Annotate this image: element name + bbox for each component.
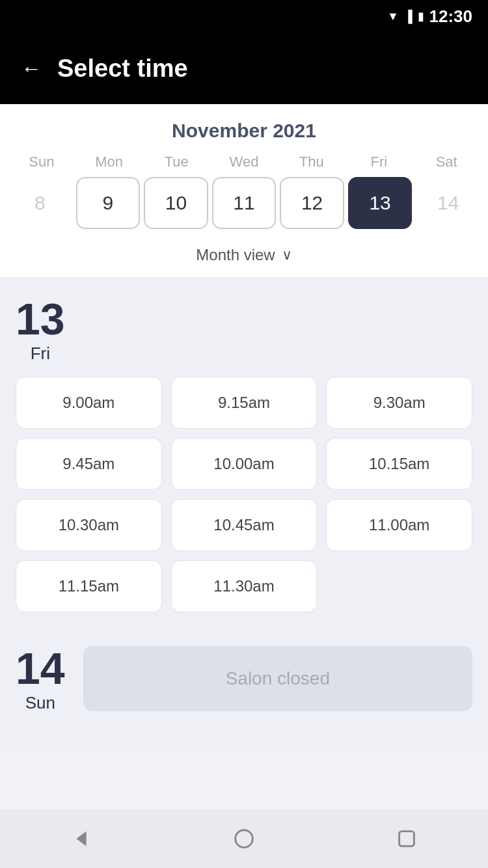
battery-icon: ▮ [418, 9, 424, 23]
status-time: 12:30 [429, 7, 473, 27]
weekday-sat: Sat [413, 154, 480, 170]
day-14-number: 14 [16, 646, 65, 690]
weekday-tue: Tue [142, 154, 210, 170]
weekday-wed: Wed [210, 154, 278, 170]
month-label: November 2021 [0, 120, 488, 142]
day-14-name: Sun [25, 693, 55, 713]
time-slot-1030am[interactable]: 10.30am [16, 499, 162, 551]
date-10[interactable]: 10 [144, 177, 208, 229]
nav-back-button[interactable] [62, 819, 101, 858]
time-slot-930am[interactable]: 9.30am [326, 377, 472, 429]
time-slot-1000am[interactable]: 10.00am [171, 438, 318, 490]
status-icons: ▼ ▐ ▮ 12:30 [387, 7, 472, 27]
time-slot-1100am[interactable]: 11.00am [326, 499, 472, 551]
chevron-down-icon: ∨ [282, 247, 292, 264]
day-13-section: 13 Fri 9.00am 9.15am 9.30am 9.45am 10.00… [0, 277, 488, 625]
status-bar: ▼ ▐ ▮ 12:30 [0, 0, 488, 33]
salon-closed-label: Salon closed [226, 668, 330, 689]
svg-rect-2 [400, 832, 414, 847]
header: ← Select time [0, 33, 488, 104]
dates-row: 8 9 10 11 12 13 14 [0, 177, 488, 229]
time-slot-945am[interactable]: 9.45am [16, 438, 162, 490]
date-14[interactable]: 14 [416, 177, 480, 229]
date-8[interactable]: 8 [8, 177, 72, 229]
salon-closed-banner: Salon closed [83, 646, 472, 711]
weekday-row: Sun Mon Tue Wed Thu Fri Sat [0, 154, 488, 170]
time-slot-1130am[interactable]: 11.30am [171, 560, 318, 612]
day-14-header: 14 Sun Salon closed [16, 646, 472, 713]
weekday-thu: Thu [278, 154, 346, 170]
weekday-sun: Sun [8, 154, 75, 170]
signal-icon: ▐ [404, 10, 413, 23]
bottom-nav [0, 809, 488, 868]
time-slots-grid: 9.00am 9.15am 9.30am 9.45am 10.00am 10.1… [16, 377, 472, 612]
time-slot-1015am[interactable]: 10.15am [326, 438, 472, 490]
nav-home-button[interactable] [224, 819, 264, 858]
nav-recent-button[interactable] [387, 819, 426, 858]
time-slot-1115am[interactable]: 11.15am [16, 560, 162, 612]
date-12[interactable]: 12 [280, 177, 344, 229]
weekday-mon: Mon [75, 154, 143, 170]
weekday-fri: Fri [346, 154, 413, 170]
svg-marker-0 [76, 832, 86, 847]
time-slot-900am[interactable]: 9.00am [16, 377, 162, 429]
day-13-number: 13 [16, 297, 65, 341]
date-13[interactable]: 13 [348, 177, 413, 229]
calendar-section: November 2021 Sun Mon Tue Wed Thu Fri Sa… [0, 104, 488, 277]
back-button[interactable]: ← [21, 58, 42, 79]
month-view-toggle[interactable]: Month view ∨ [0, 239, 488, 277]
wifi-icon: ▼ [387, 10, 399, 23]
time-slot-915am[interactable]: 9.15am [171, 377, 318, 429]
day-13-header: 13 Fri [16, 297, 472, 364]
month-view-label: Month view [196, 246, 275, 264]
day-14-section: 14 Sun Salon closed [0, 646, 488, 752]
day-13-name: Fri [31, 344, 50, 364]
svg-point-1 [236, 830, 253, 848]
time-slot-1045am[interactable]: 10.45am [171, 499, 318, 551]
date-11[interactable]: 11 [212, 177, 277, 229]
day-14-col: 14 Sun [16, 646, 65, 713]
page-title: Select time [57, 55, 188, 83]
date-9[interactable]: 9 [76, 177, 141, 229]
